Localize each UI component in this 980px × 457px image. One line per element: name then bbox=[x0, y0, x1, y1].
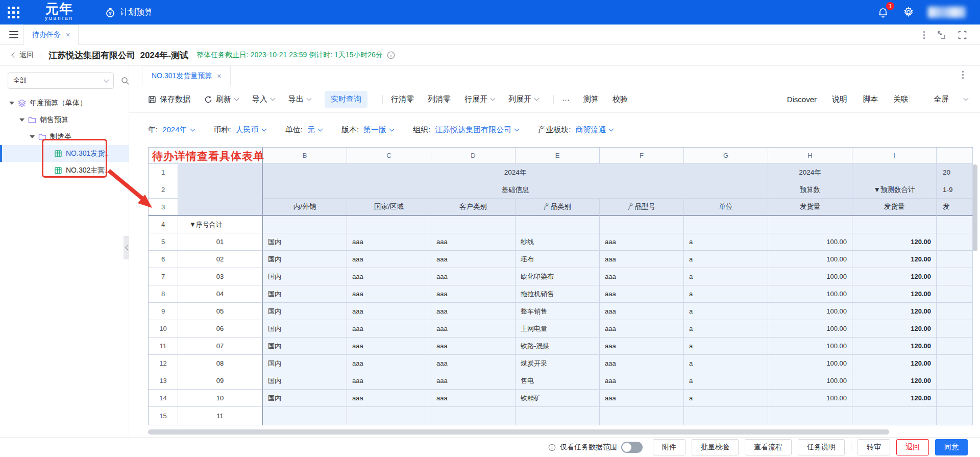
dim-header-4[interactable]: 产品类别 bbox=[516, 199, 600, 216]
toolbar-right-5[interactable]: 全屏 bbox=[934, 94, 949, 104]
empty-cell[interactable] bbox=[684, 216, 768, 233]
caret-down-icon[interactable] bbox=[19, 118, 24, 122]
dim-header-2[interactable]: 国家/区域 bbox=[347, 199, 431, 216]
cell-domestic[interactable]: 国内 bbox=[263, 320, 347, 338]
column-header-A[interactable] bbox=[178, 148, 263, 164]
filter-value-dropdown[interactable]: 元 bbox=[307, 125, 322, 135]
empty-cell[interactable] bbox=[263, 216, 347, 233]
footer-button-6[interactable]: 退回 bbox=[896, 439, 929, 455]
cell-customer-type[interactable]: aaa bbox=[431, 285, 516, 303]
seq-cell[interactable]: 04 bbox=[178, 285, 263, 303]
cell-domestic[interactable]: 国内 bbox=[263, 372, 347, 390]
cell-product-model[interactable]: aaa bbox=[600, 338, 684, 355]
toolbar-right-6[interactable] bbox=[964, 99, 968, 100]
cell-forecast-qty[interactable]: 120.00 bbox=[852, 390, 937, 407]
cell-budget-qty[interactable]: 100.00 bbox=[768, 233, 852, 251]
seq-cell[interactable]: 03 bbox=[178, 268, 263, 285]
empty-cell[interactable] bbox=[516, 407, 600, 425]
empty-cell[interactable] bbox=[600, 216, 684, 233]
cell-unit[interactable]: a bbox=[684, 390, 768, 407]
caret-down-icon[interactable] bbox=[30, 135, 35, 138]
tree-item-4[interactable]: NO.301发货.. bbox=[0, 145, 129, 162]
dim-header-6[interactable]: 单位 bbox=[684, 199, 768, 216]
cell-region[interactable]: aaa bbox=[347, 390, 431, 407]
cell-forecast-qty[interactable]: 120.00 bbox=[852, 303, 937, 320]
row-header-2[interactable]: 2 bbox=[149, 181, 178, 199]
cell-unit[interactable]: a bbox=[684, 285, 768, 303]
toolbar-left-7[interactable]: 列消零 bbox=[428, 94, 451, 104]
dim-header-9[interactable]: 发 bbox=[937, 199, 973, 216]
cell-unit[interactable]: a bbox=[684, 268, 768, 285]
caret-down-icon[interactable] bbox=[9, 102, 14, 105]
forecast-total-header[interactable]: ▼预测数合计 bbox=[852, 181, 937, 199]
sheet-tab-no301[interactable]: NO.301发货量预算 × bbox=[142, 66, 231, 86]
merged-a-cell[interactable] bbox=[178, 164, 263, 216]
row-header-10[interactable]: 10 bbox=[149, 320, 178, 338]
cell-partial[interactable] bbox=[937, 338, 973, 355]
cell-unit[interactable]: a bbox=[684, 233, 768, 251]
sheet-tabs-more-icon[interactable] bbox=[962, 71, 964, 79]
cell-forecast-qty[interactable]: 120.00 bbox=[852, 268, 937, 285]
toolbar-left-11[interactable]: ··· bbox=[562, 95, 570, 104]
toolbar-left-9[interactable]: 列展开 bbox=[508, 94, 538, 104]
cell-forecast-qty[interactable]: 120.00 bbox=[852, 320, 937, 338]
footer-button-7[interactable]: 同意 bbox=[935, 439, 968, 455]
cell-product-model[interactable]: aaa bbox=[600, 233, 684, 251]
cell-product-category[interactable]: 上网电量 bbox=[516, 320, 600, 338]
cell-partial[interactable] bbox=[937, 372, 973, 390]
cell-region[interactable]: aaa bbox=[347, 268, 431, 285]
cell-customer-type[interactable]: aaa bbox=[431, 355, 516, 372]
settings-gear-icon[interactable] bbox=[902, 6, 915, 18]
cell-product-model[interactable]: aaa bbox=[600, 285, 684, 303]
cell-partial[interactable] bbox=[937, 285, 973, 303]
cell-forecast-qty[interactable]: 120.00 bbox=[852, 251, 937, 268]
row-header-11[interactable]: 11 bbox=[149, 338, 178, 355]
cell-product-model[interactable]: aaa bbox=[600, 268, 684, 285]
dim-header-7[interactable]: 发货量 bbox=[768, 199, 852, 216]
row-header-8[interactable]: 8 bbox=[149, 285, 178, 303]
cell-unit[interactable]: a bbox=[684, 303, 768, 320]
cell-region[interactable]: aaa bbox=[347, 303, 431, 320]
cell-forecast-qty[interactable]: 120.00 bbox=[852, 355, 937, 372]
tree-item-2[interactable]: 销售预算 bbox=[0, 111, 129, 128]
seq-cell[interactable]: 06 bbox=[178, 320, 263, 338]
toolbar-left-4[interactable]: 实时查询 bbox=[325, 91, 368, 108]
tab-close-icon[interactable]: × bbox=[66, 31, 70, 39]
row-header-3[interactable]: 3 bbox=[149, 199, 178, 216]
tree-item-5[interactable]: NO.302主营.. bbox=[0, 162, 129, 179]
cell-partial[interactable] bbox=[937, 355, 973, 372]
cell-region[interactable]: aaa bbox=[347, 372, 431, 390]
empty-cell[interactable] bbox=[431, 216, 516, 233]
row-header-1[interactable]: 1 bbox=[149, 164, 178, 181]
cell-product-model[interactable]: aaa bbox=[600, 355, 684, 372]
cell-product-model[interactable]: aaa bbox=[600, 320, 684, 338]
column-header-partial[interactable] bbox=[937, 148, 973, 164]
seq-cell[interactable]: 01 bbox=[178, 233, 263, 251]
cell-partial[interactable] bbox=[937, 320, 973, 338]
empty-cell[interactable] bbox=[600, 407, 684, 425]
seq-cell[interactable]: 08 bbox=[178, 355, 263, 372]
column-header-E[interactable]: E bbox=[516, 148, 600, 164]
cell-region[interactable]: aaa bbox=[347, 285, 431, 303]
cell-budget-qty[interactable]: 100.00 bbox=[768, 285, 852, 303]
budget-number-header[interactable]: 预算数 bbox=[768, 181, 852, 199]
row-header-12[interactable]: 12 bbox=[149, 355, 178, 372]
merged-baseinfo-header[interactable]: 基础信息 bbox=[263, 181, 768, 199]
cell-unit[interactable]: a bbox=[684, 338, 768, 355]
app-title-badge[interactable]: 计划预算 bbox=[105, 0, 153, 25]
cell-product-category[interactable]: 煤炭开采 bbox=[516, 355, 600, 372]
empty-cell[interactable] bbox=[768, 216, 852, 233]
cell-domestic[interactable]: 国内 bbox=[263, 390, 347, 407]
cell-product-model[interactable]: aaa bbox=[600, 390, 684, 407]
cell-product-model[interactable]: aaa bbox=[600, 303, 684, 320]
column-header-C[interactable]: C bbox=[347, 148, 431, 164]
cell-budget-qty[interactable]: 100.00 bbox=[768, 251, 852, 268]
cell-partial[interactable] bbox=[937, 303, 973, 320]
footer-button-2[interactable]: 查看流程 bbox=[745, 439, 792, 455]
row-header-7[interactable]: 7 bbox=[149, 268, 178, 285]
filter-value-dropdown[interactable]: 商贸流通 bbox=[575, 125, 613, 135]
cell-domestic[interactable]: 国内 bbox=[263, 268, 347, 285]
row-header-9[interactable]: 9 bbox=[149, 303, 178, 320]
cell-forecast-qty[interactable]: 120.00 bbox=[852, 338, 937, 355]
empty-cell[interactable] bbox=[937, 216, 973, 233]
